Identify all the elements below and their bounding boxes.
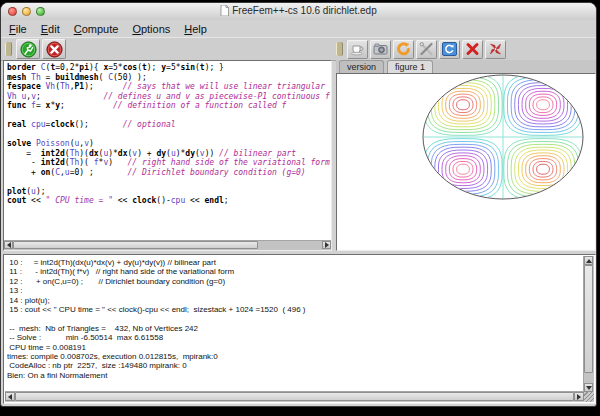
code-line: func f= x*y; // definition of a function… bbox=[7, 101, 330, 111]
cup-button[interactable] bbox=[347, 40, 368, 59]
run-icon bbox=[20, 41, 37, 58]
refresh-button[interactable] bbox=[439, 40, 460, 59]
code-editor[interactable]: border C(t=0,2*pi){ x=5*cos(t); y=5*sin(… bbox=[3, 60, 332, 251]
console-vscroll-thumb[interactable] bbox=[584, 265, 593, 373]
toolbar-grip-2[interactable] bbox=[336, 42, 343, 56]
editor-hscrollbar[interactable] bbox=[4, 240, 331, 250]
tools-icon bbox=[419, 42, 434, 56]
rotate-icon bbox=[396, 42, 411, 56]
arrow-up-icon bbox=[586, 259, 592, 263]
console-line: 12 : + on(C,u=0) ; // Dirichlet boundary… bbox=[7, 277, 583, 286]
code-line: real cpu=clock(); // optional bbox=[7, 120, 330, 130]
scroll-left-button[interactable] bbox=[4, 241, 13, 249]
tab-figure-1[interactable]: figure 1 bbox=[387, 60, 433, 74]
console-line: 14 : plot(u); bbox=[7, 296, 583, 305]
editor-hscroll-thumb[interactable] bbox=[13, 241, 258, 249]
menu-bar: FileEditComputeOptionsHelp bbox=[1, 20, 596, 38]
code-line: - int2d(Th)( f*v) // right hand side of … bbox=[7, 158, 330, 168]
tab-version[interactable]: version bbox=[339, 60, 384, 73]
code-line: mesh Th = buildmesh( C(50) ); bbox=[7, 73, 330, 83]
code-line: cout << " CPU time = " << clock()-cpu <<… bbox=[7, 196, 330, 206]
console-line: 13 : bbox=[7, 286, 583, 295]
code-line: fespace Vh(Th,P1); // says that we will … bbox=[7, 82, 330, 92]
menu-help[interactable]: Help bbox=[184, 23, 207, 35]
scroll-right-button[interactable] bbox=[322, 241, 331, 249]
console-line: Bien: On a fini Normalement bbox=[7, 371, 583, 380]
console-line: 15 : cout << " CPU time = " << clock()-c… bbox=[7, 305, 583, 314]
window-title-text: FreeFem++-cs 10.6 dirichlet.edp bbox=[232, 5, 377, 16]
run-button[interactable] bbox=[16, 39, 40, 59]
toolbar-left-group bbox=[3, 39, 66, 59]
resize-grip[interactable] bbox=[584, 392, 594, 402]
arrow-right-icon-2 bbox=[577, 394, 581, 400]
console-line bbox=[7, 314, 583, 323]
app-window: FreeFem++-cs 10.6 dirichlet.edp FileEdit… bbox=[0, 2, 597, 407]
cup-icon bbox=[350, 42, 365, 56]
code-line: + on(C,u=0) ; // Dirichlet boundary cond… bbox=[7, 168, 330, 178]
camera-icon bbox=[373, 42, 388, 56]
console-line: CodeAlloc : nb ptr 2257, size :149480 mp… bbox=[7, 361, 583, 370]
code-line: = int2d(Th)(dx(u)*dx(v) + dy(u)*dy(v)) /… bbox=[7, 149, 330, 159]
arrow-right-icon bbox=[325, 242, 329, 248]
scroll-right-button-2[interactable] bbox=[574, 392, 584, 401]
code-line: plot(u); bbox=[7, 187, 330, 197]
menu-options[interactable]: Options bbox=[132, 23, 170, 35]
console-line: CPU time = 0.008191 bbox=[7, 343, 583, 352]
code-text[interactable]: border C(t=0,2*pi){ x=5*cos(t); y=5*sin(… bbox=[7, 63, 330, 240]
console-hscroll-thumb[interactable] bbox=[15, 392, 574, 401]
rotate-button[interactable] bbox=[393, 40, 414, 59]
contour-plot[interactable] bbox=[337, 74, 595, 250]
toolbar bbox=[1, 37, 596, 61]
pinwheel-button[interactable] bbox=[485, 40, 506, 59]
delete-button[interactable] bbox=[462, 40, 483, 59]
figure-panel: versionfigure 1 bbox=[336, 60, 596, 251]
title-bar[interactable]: FreeFem++-cs 10.6 dirichlet.edp bbox=[1, 3, 596, 21]
menu-edit[interactable]: Edit bbox=[41, 23, 60, 35]
toolbar-right-group bbox=[334, 39, 506, 59]
tools-button[interactable] bbox=[416, 40, 437, 59]
menu-compute[interactable]: Compute bbox=[74, 23, 119, 35]
console-output: 10 : = int2d(Th)(dx(u)*dx(v) + dy(u)*dy(… bbox=[7, 258, 583, 391]
menu-file[interactable]: File bbox=[9, 23, 27, 35]
arrow-left-icon-2 bbox=[8, 394, 12, 400]
console-line: 10 : = int2d(Th)(dx(u)*dx(v) + dy(u)*dy(… bbox=[7, 258, 583, 267]
pinwheel-icon bbox=[488, 42, 503, 56]
camera-button[interactable] bbox=[370, 40, 391, 59]
figure-tabs: versionfigure 1 bbox=[336, 60, 596, 74]
stop-button[interactable] bbox=[42, 39, 66, 59]
toolbar-grip[interactable] bbox=[5, 42, 12, 56]
stop-icon bbox=[46, 41, 63, 58]
console-line: 11 : - int2d(Th)( f*v) // right hand sid… bbox=[7, 267, 583, 276]
code-line bbox=[7, 130, 330, 140]
scroll-up-button[interactable] bbox=[584, 256, 593, 265]
console-pane[interactable]: 10 : = int2d(Th)(dx(u)*dx(v) + dy(u)*dy(… bbox=[3, 254, 596, 404]
code-line bbox=[7, 177, 330, 187]
scroll-down-button[interactable] bbox=[584, 383, 593, 392]
console-line: times: compile 0.008702s, execution 0.01… bbox=[7, 352, 583, 361]
console-hscrollbar[interactable] bbox=[5, 391, 584, 402]
delete-icon bbox=[465, 42, 480, 56]
window-title: FreeFem++-cs 10.6 dirichlet.edp bbox=[1, 5, 596, 16]
refresh-icon bbox=[442, 42, 457, 56]
console-line: -- mesh: Nb of Triangles = 432, Nb of Ve… bbox=[7, 324, 583, 333]
code-line: border C(t=0,2*pi){ x=5*cos(t); y=5*sin(… bbox=[7, 63, 330, 73]
main-split: border C(t=0,2*pi){ x=5*cos(t); y=5*sin(… bbox=[1, 59, 596, 252]
scroll-left-button-2[interactable] bbox=[5, 392, 15, 401]
desktop: { "window": { "title": "FreeFem++-cs 10.… bbox=[0, 0, 600, 416]
document-icon bbox=[220, 5, 229, 16]
code-line: solve Poisson(u,v) bbox=[7, 139, 330, 149]
arrow-down-icon bbox=[586, 386, 592, 390]
code-line: Vh u,v; // defines u and v as piecewise-… bbox=[7, 92, 330, 102]
code-line bbox=[7, 111, 330, 121]
plot-area[interactable] bbox=[336, 73, 596, 251]
console-vscrollbar[interactable] bbox=[583, 256, 594, 392]
arrow-left-icon bbox=[7, 242, 11, 248]
console-line: -- Solve : min -6.50514 max 6.61558 bbox=[7, 333, 583, 342]
